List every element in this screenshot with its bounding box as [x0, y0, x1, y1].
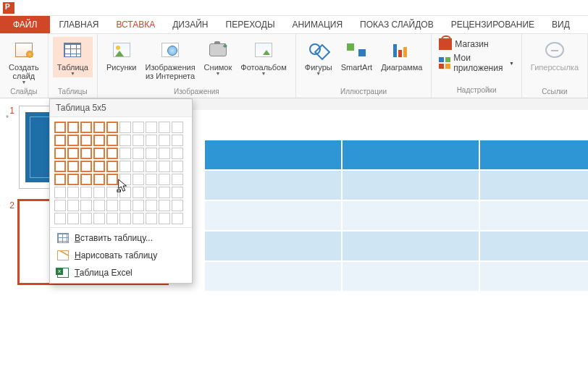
- screenshot-button[interactable]: Снимок ▼: [200, 37, 237, 77]
- picker-cell[interactable]: [54, 187, 66, 198]
- picker-cell[interactable]: [133, 148, 144, 159]
- tab-design[interactable]: ДИЗАЙН: [164, 16, 217, 33]
- picker-cell[interactable]: [93, 161, 105, 172]
- picker-cell[interactable]: [119, 187, 131, 198]
- store-button[interactable]: Магазин: [439, 38, 488, 50]
- tab-animations[interactable]: АНИМАЦИЯ: [284, 16, 351, 33]
- picker-cell[interactable]: [80, 161, 92, 172]
- picker-cell[interactable]: [80, 174, 92, 185]
- picker-cell[interactable]: [119, 161, 131, 172]
- table-button[interactable]: Таблица ▼: [53, 37, 93, 77]
- picker-cell[interactable]: [93, 135, 105, 146]
- picker-cell[interactable]: [119, 213, 131, 224]
- picker-cell[interactable]: [93, 174, 105, 185]
- picker-cell[interactable]: [133, 161, 144, 172]
- picker-cell[interactable]: [146, 135, 157, 146]
- picker-cell[interactable]: [80, 200, 92, 211]
- picker-cell[interactable]: [54, 174, 66, 185]
- picker-cell[interactable]: [106, 148, 118, 159]
- picker-cell[interactable]: [67, 161, 79, 172]
- picker-cell[interactable]: [80, 213, 92, 224]
- picker-cell[interactable]: [54, 122, 66, 133]
- table-picker-grid[interactable]: [50, 117, 192, 227]
- picker-cell[interactable]: [146, 187, 157, 198]
- tab-file[interactable]: ФАЙЛ: [0, 16, 50, 33]
- hyperlink-button[interactable]: Гиперссылка: [526, 37, 583, 73]
- picker-cell[interactable]: [159, 187, 170, 198]
- picker-cell[interactable]: [146, 148, 157, 159]
- picker-cell[interactable]: [133, 187, 144, 198]
- picker-cell[interactable]: [133, 174, 144, 185]
- picker-cell[interactable]: [119, 148, 131, 159]
- picker-cell[interactable]: [67, 148, 79, 159]
- picker-cell[interactable]: [54, 161, 66, 172]
- picker-cell[interactable]: [54, 213, 66, 224]
- picker-cell[interactable]: [133, 200, 144, 211]
- tab-review[interactable]: РЕЦЕНЗИРОВАНИЕ: [442, 16, 543, 33]
- picker-cell[interactable]: [159, 161, 170, 172]
- picker-cell[interactable]: [54, 135, 66, 146]
- picker-cell[interactable]: [172, 161, 183, 172]
- my-addins-button[interactable]: Мои приложения ▼: [439, 53, 514, 73]
- picker-cell[interactable]: [146, 161, 157, 172]
- picker-cell[interactable]: [67, 174, 79, 185]
- picker-cell[interactable]: [93, 200, 105, 211]
- picker-cell[interactable]: [106, 135, 118, 146]
- draw-table-menu-item[interactable]: Нарисовать таблицу: [50, 247, 192, 264]
- picker-cell[interactable]: [159, 135, 170, 146]
- picker-cell[interactable]: [80, 135, 92, 146]
- picker-cell[interactable]: [67, 135, 79, 146]
- tab-slideshow[interactable]: ПОКАЗ СЛАЙДОВ: [351, 16, 442, 33]
- picker-cell[interactable]: [119, 200, 131, 211]
- picker-cell[interactable]: [93, 148, 105, 159]
- picker-cell[interactable]: [67, 200, 79, 211]
- picker-cell[interactable]: [146, 174, 157, 185]
- picker-cell[interactable]: [80, 148, 92, 159]
- picker-cell[interactable]: [106, 122, 118, 133]
- pictures-button[interactable]: Рисунки: [102, 37, 141, 73]
- shapes-button[interactable]: Фигуры ▼: [301, 37, 337, 77]
- picker-cell[interactable]: [133, 135, 144, 146]
- picker-cell[interactable]: [106, 174, 118, 185]
- picker-cell[interactable]: [54, 148, 66, 159]
- picker-cell[interactable]: [119, 122, 131, 133]
- picker-cell[interactable]: [172, 122, 183, 133]
- picker-cell[interactable]: [172, 174, 183, 185]
- picker-cell[interactable]: [106, 213, 118, 224]
- photo-album-button[interactable]: Фотоальбом ▼: [236, 37, 291, 77]
- picker-cell[interactable]: [159, 200, 170, 211]
- picker-cell[interactable]: [146, 122, 157, 133]
- picker-cell[interactable]: [133, 122, 144, 133]
- excel-table-menu-item[interactable]: Таблица Excel: [50, 264, 192, 281]
- smartart-button[interactable]: SmartArt: [337, 37, 377, 73]
- picker-cell[interactable]: [106, 187, 118, 198]
- picker-cell[interactable]: [106, 161, 118, 172]
- picker-cell[interactable]: [93, 122, 105, 133]
- picker-cell[interactable]: [172, 200, 183, 211]
- slide-canvas[interactable]: [177, 98, 588, 369]
- picker-cell[interactable]: [172, 187, 183, 198]
- picker-cell[interactable]: [146, 200, 157, 211]
- picker-cell[interactable]: [106, 200, 118, 211]
- picker-cell[interactable]: [159, 174, 170, 185]
- picker-cell[interactable]: [80, 122, 92, 133]
- tab-home[interactable]: ГЛАВНАЯ: [50, 16, 107, 33]
- picker-cell[interactable]: [159, 148, 170, 159]
- picker-cell[interactable]: [133, 213, 144, 224]
- picker-cell[interactable]: [146, 213, 157, 224]
- picker-cell[interactable]: [172, 148, 183, 159]
- picker-cell[interactable]: [159, 213, 170, 224]
- tab-insert[interactable]: ВСТАВКА: [107, 16, 164, 33]
- picker-cell[interactable]: [80, 187, 92, 198]
- tab-view[interactable]: ВИД: [543, 16, 579, 33]
- picker-cell[interactable]: [172, 213, 183, 224]
- chart-button[interactable]: Диаграмма: [377, 37, 427, 73]
- picker-cell[interactable]: [119, 135, 131, 146]
- picker-cell[interactable]: [67, 187, 79, 198]
- insert-table-menu-item[interactable]: Вставить таблицу...: [50, 229, 192, 247]
- picker-cell[interactable]: [119, 174, 131, 185]
- picker-cell[interactable]: [93, 213, 105, 224]
- online-pictures-button[interactable]: Изображения из Интернета: [140, 37, 199, 82]
- picker-cell[interactable]: [67, 213, 79, 224]
- picker-cell[interactable]: [54, 200, 66, 211]
